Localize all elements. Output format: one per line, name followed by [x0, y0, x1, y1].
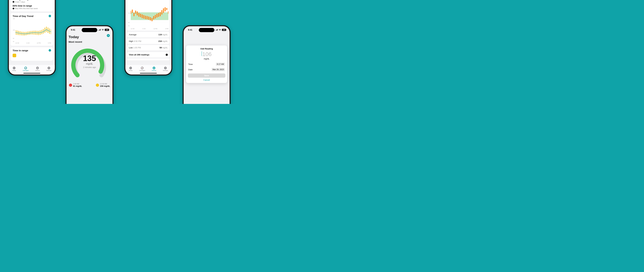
svg-point-30	[18, 33, 19, 33]
time-in-range-delta: → Was 84% this time last week	[12, 7, 51, 9]
svg-rect-56	[131, 12, 168, 20]
reading-value: 135	[83, 54, 96, 63]
avg-value: 128 mg/dL avg	[12, 0, 51, 0]
svg-rect-88	[218, 29, 218, 31]
svg-rect-54	[100, 29, 100, 31]
more-icon[interactable]: ⋯	[48, 49, 51, 51]
svg-point-43	[38, 33, 39, 33]
phone-today: 9:41 100 + Today Most recent	[66, 25, 114, 104]
svg-point-47	[45, 30, 45, 31]
chart-icon: 📈	[24, 67, 27, 69]
glucose-gauge: 135 mg/dL 2 minutes ago	[70, 46, 109, 80]
svg-point-39	[32, 32, 33, 33]
row-average[interactable]: Average 119mg/dL	[127, 32, 170, 37]
row-view-all[interactable]: View all 288 readings →	[127, 52, 170, 57]
svg-point-35	[26, 33, 26, 34]
chart-icon: 📈	[141, 67, 144, 69]
section-subtitle: Most recent	[66, 40, 112, 45]
clock: 9:41	[188, 28, 192, 31]
calendar-icon: ▦	[36, 67, 39, 69]
home-indicator[interactable]	[24, 73, 40, 74]
tab-history[interactable]: ▦History	[35, 67, 40, 71]
card-time-of-day-trend[interactable]: ⋯ Time of Day Trend 324 162 68 36 12 AM6…	[10, 13, 53, 46]
day-chart[interactable]: 324 162 68 36 12 AM6 AM12 PM6 PM	[127, 0, 170, 31]
tab-history[interactable]: ▦History	[152, 67, 156, 71]
save-button[interactable]: Save	[188, 73, 225, 78]
high-reading: ↑ 12:00 AM159 mg/dL	[96, 83, 110, 87]
add-reading-sheet: Add Reading 106 mg/dL Time 8:17 AM Date …	[186, 45, 227, 83]
svg-point-49	[48, 30, 48, 31]
battery-icon: 100	[105, 29, 109, 31]
svg-point-50	[49, 31, 50, 31]
phone-add-reading: 9:41 100 Add Reading 106 mg/dL Time 8:17…	[182, 25, 231, 104]
cellular-icon	[216, 28, 218, 31]
svg-point-32	[22, 33, 22, 34]
reading-unit: mg/dL	[188, 58, 225, 60]
card-last-7-days[interactable]: Last 7-days 128 mg/dL avg → 0 last 7-day…	[10, 0, 53, 11]
time-value[interactable]: 8:17 AM	[216, 62, 225, 66]
chart-time-of-day: 324 162 68 36 12 AM6 AM12 PM6 PM	[12, 18, 51, 44]
row-high[interactable]: High9:50 PM 218mg/dL	[127, 38, 170, 44]
arrow-right-icon: →	[12, 8, 14, 9]
reading-input[interactable]: 106	[188, 51, 225, 57]
tab-averages[interactable]: 📈Averages	[23, 67, 29, 71]
add-reading-button[interactable]: +	[107, 34, 110, 37]
svg-rect-52	[98, 30, 99, 31]
tab-settings[interactable]: ⚙Settings	[46, 67, 52, 71]
arrow-right-icon: →	[12, 1, 14, 3]
home-indicator[interactable]	[140, 73, 157, 74]
avg-delta: → 0 last 7-days	[12, 1, 51, 3]
svg-point-31	[20, 33, 20, 34]
svg-point-40	[34, 32, 34, 33]
text-cursor	[202, 51, 202, 56]
low-reading: ↓ 2:40 AM81 mg/dL	[69, 83, 82, 87]
card-title: Time of Day Trend	[12, 15, 51, 17]
tab-today[interactable]: ☀Today	[129, 67, 132, 71]
arrow-right-icon: →	[166, 54, 168, 56]
wifi-icon	[102, 28, 104, 31]
svg-rect-53	[99, 30, 99, 31]
phone-history: Tuesday, March 28, 2023 324 162 68 36 12…	[124, 0, 172, 76]
svg-rect-87	[217, 29, 217, 31]
sheet-title: Add Reading	[188, 48, 225, 50]
svg-point-36	[28, 33, 28, 34]
cancel-button[interactable]: Cancel	[188, 79, 225, 81]
svg-point-37	[29, 33, 30, 33]
date-value[interactable]: Mar 29, 2023	[212, 68, 225, 71]
row-placeholder	[127, 59, 170, 60]
sun-icon: ☀	[129, 67, 132, 69]
gear-icon: ⚙	[48, 67, 50, 69]
row-low[interactable]: Low1:05 PM 59mg/dL	[127, 45, 170, 51]
phone-averages: Last 7-days 128 mg/dL avg → 0 last 7-day…	[8, 0, 56, 76]
tab-averages[interactable]: 📈Averages	[139, 67, 145, 71]
svg-rect-86	[216, 30, 216, 31]
svg-point-34	[24, 34, 25, 34]
svg-rect-85	[216, 30, 216, 31]
battery-icon: 100	[222, 29, 226, 31]
time-field[interactable]: Time 8:17 AM	[188, 62, 225, 67]
wifi-icon	[219, 28, 221, 31]
sun-icon: ☀	[13, 67, 16, 69]
cellular-icon	[98, 28, 101, 31]
tab-settings[interactable]: ⚙Settings	[163, 67, 168, 71]
arrow-down-icon: ↓	[69, 84, 72, 87]
time-in-range-value: 84% time in range	[12, 4, 51, 7]
card-time-in-range[interactable]: ⋯ Time in range	[10, 47, 53, 61]
svg-point-44	[40, 32, 40, 33]
reading-unit: mg/dL	[83, 62, 96, 65]
svg-rect-55	[100, 29, 100, 31]
gear-icon: ⚙	[164, 67, 167, 69]
svg-point-42	[37, 32, 37, 33]
more-icon[interactable]: ⋯	[48, 15, 51, 17]
range-swatch	[12, 54, 16, 57]
date-field[interactable]: Date Mar 29, 2023	[188, 67, 225, 72]
card-title: Time in range	[12, 49, 51, 52]
reading-age: 2 minutes ago	[83, 66, 96, 69]
svg-point-33	[23, 33, 23, 34]
svg-point-45	[42, 32, 42, 32]
dynamic-island	[199, 28, 214, 32]
arrow-up-icon: ↑	[96, 84, 99, 87]
tab-today[interactable]: ☀Today	[12, 67, 16, 71]
svg-point-46	[43, 31, 44, 32]
svg-point-41	[35, 32, 36, 33]
